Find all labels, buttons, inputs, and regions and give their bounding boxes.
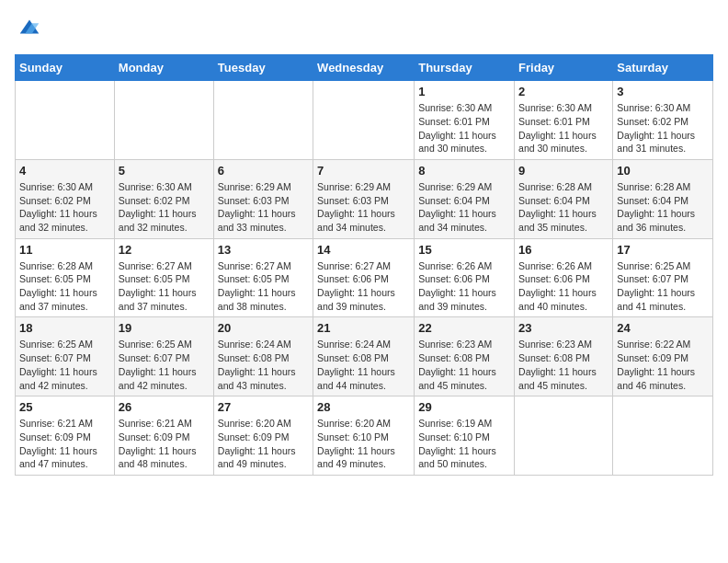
calendar-weekday-tuesday: Tuesday <box>213 55 313 81</box>
day-detail: Sunrise: 6:20 AM Sunset: 6:10 PM Dayligh… <box>317 417 410 471</box>
calendar-cell <box>114 81 213 160</box>
day-number: 4 <box>19 164 110 178</box>
calendar-weekday-monday: Monday <box>114 55 213 81</box>
calendar-week-4: 25Sunrise: 6:21 AM Sunset: 6:09 PM Dayli… <box>16 396 713 476</box>
day-number: 10 <box>617 164 709 178</box>
day-number: 26 <box>119 400 210 414</box>
calendar-cell: 12Sunrise: 6:27 AM Sunset: 6:05 PM Dayli… <box>114 238 213 317</box>
calendar-weekday-saturday: Saturday <box>613 55 713 81</box>
calendar-cell: 14Sunrise: 6:27 AM Sunset: 6:06 PM Dayli… <box>313 238 415 317</box>
day-number: 6 <box>218 164 309 178</box>
calendar-week-3: 18Sunrise: 6:25 AM Sunset: 6:07 PM Dayli… <box>16 317 713 396</box>
day-detail: Sunrise: 6:23 AM Sunset: 6:08 PM Dayligh… <box>418 338 510 392</box>
day-number: 25 <box>19 400 110 414</box>
day-detail: Sunrise: 6:27 AM Sunset: 6:05 PM Dayligh… <box>119 259 210 314</box>
day-detail: Sunrise: 6:25 AM Sunset: 6:07 PM Dayligh… <box>119 338 210 392</box>
day-number: 11 <box>19 243 110 257</box>
calendar-cell: 18Sunrise: 6:25 AM Sunset: 6:07 PM Dayli… <box>16 317 115 396</box>
day-detail: Sunrise: 6:29 AM Sunset: 6:03 PM Dayligh… <box>317 180 410 235</box>
day-number: 24 <box>617 321 709 335</box>
calendar-weekday-thursday: Thursday <box>415 55 515 81</box>
day-detail: Sunrise: 6:27 AM Sunset: 6:05 PM Dayligh… <box>218 259 309 314</box>
day-detail: Sunrise: 6:25 AM Sunset: 6:07 PM Dayligh… <box>19 338 110 392</box>
calendar-cell <box>515 396 613 476</box>
calendar-cell <box>213 81 313 160</box>
calendar-cell: 26Sunrise: 6:21 AM Sunset: 6:09 PM Dayli… <box>114 396 213 476</box>
calendar-weekday-wednesday: Wednesday <box>313 55 415 81</box>
calendar-cell <box>16 81 115 160</box>
calendar-cell <box>313 81 415 160</box>
calendar-body: 1Sunrise: 6:30 AM Sunset: 6:01 PM Daylig… <box>16 81 713 476</box>
day-detail: Sunrise: 6:30 AM Sunset: 6:02 PM Dayligh… <box>119 180 210 235</box>
calendar-cell: 10Sunrise: 6:28 AM Sunset: 6:04 PM Dayli… <box>613 159 713 238</box>
calendar-week-2: 11Sunrise: 6:28 AM Sunset: 6:05 PM Dayli… <box>16 238 713 317</box>
calendar-cell: 3Sunrise: 6:30 AM Sunset: 6:02 PM Daylig… <box>613 81 713 160</box>
calendar-cell: 22Sunrise: 6:23 AM Sunset: 6:08 PM Dayli… <box>415 317 515 396</box>
day-number: 14 <box>317 243 410 257</box>
day-number: 12 <box>119 243 210 257</box>
page-header <box>15 15 713 45</box>
day-detail: Sunrise: 6:28 AM Sunset: 6:05 PM Dayligh… <box>19 259 110 314</box>
day-detail: Sunrise: 6:30 AM Sunset: 6:02 PM Dayligh… <box>617 101 709 155</box>
day-detail: Sunrise: 6:30 AM Sunset: 6:02 PM Dayligh… <box>19 180 110 235</box>
day-detail: Sunrise: 6:22 AM Sunset: 6:09 PM Dayligh… <box>617 338 709 392</box>
day-detail: Sunrise: 6:20 AM Sunset: 6:09 PM Dayligh… <box>218 417 309 471</box>
calendar-cell: 28Sunrise: 6:20 AM Sunset: 6:10 PM Dayli… <box>313 396 415 476</box>
day-detail: Sunrise: 6:28 AM Sunset: 6:04 PM Dayligh… <box>617 180 709 235</box>
day-detail: Sunrise: 6:21 AM Sunset: 6:09 PM Dayligh… <box>119 417 210 471</box>
calendar-cell: 9Sunrise: 6:28 AM Sunset: 6:04 PM Daylig… <box>515 159 613 238</box>
day-number: 28 <box>317 400 410 414</box>
calendar-cell: 7Sunrise: 6:29 AM Sunset: 6:03 PM Daylig… <box>313 159 415 238</box>
day-number: 5 <box>119 164 210 178</box>
calendar-cell: 16Sunrise: 6:26 AM Sunset: 6:06 PM Dayli… <box>515 238 613 317</box>
calendar-cell: 25Sunrise: 6:21 AM Sunset: 6:09 PM Dayli… <box>16 396 115 476</box>
calendar-cell: 29Sunrise: 6:19 AM Sunset: 6:10 PM Dayli… <box>415 396 515 476</box>
calendar-week-0: 1Sunrise: 6:30 AM Sunset: 6:01 PM Daylig… <box>16 81 713 160</box>
day-detail: Sunrise: 6:28 AM Sunset: 6:04 PM Dayligh… <box>518 180 609 235</box>
day-detail: Sunrise: 6:27 AM Sunset: 6:06 PM Dayligh… <box>317 259 410 314</box>
day-number: 1 <box>418 85 510 98</box>
logo <box>15 15 42 45</box>
calendar-cell: 4Sunrise: 6:30 AM Sunset: 6:02 PM Daylig… <box>16 159 115 238</box>
calendar-header: SundayMondayTuesdayWednesdayThursdayFrid… <box>16 55 713 81</box>
day-number: 2 <box>518 85 609 98</box>
day-number: 22 <box>418 321 510 335</box>
day-detail: Sunrise: 6:26 AM Sunset: 6:06 PM Dayligh… <box>418 259 510 314</box>
day-detail: Sunrise: 6:30 AM Sunset: 6:01 PM Dayligh… <box>418 101 510 155</box>
calendar-cell <box>613 396 713 476</box>
day-number: 3 <box>617 85 709 98</box>
day-number: 23 <box>518 321 609 335</box>
calendar-cell: 8Sunrise: 6:29 AM Sunset: 6:04 PM Daylig… <box>415 159 515 238</box>
calendar-cell: 5Sunrise: 6:30 AM Sunset: 6:02 PM Daylig… <box>114 159 213 238</box>
day-number: 19 <box>119 321 210 335</box>
calendar-cell: 11Sunrise: 6:28 AM Sunset: 6:05 PM Dayli… <box>16 238 115 317</box>
calendar-cell: 2Sunrise: 6:30 AM Sunset: 6:01 PM Daylig… <box>515 81 613 160</box>
calendar-cell: 24Sunrise: 6:22 AM Sunset: 6:09 PM Dayli… <box>613 317 713 396</box>
calendar-weekday-friday: Friday <box>515 55 613 81</box>
day-number: 7 <box>317 164 410 178</box>
day-number: 21 <box>317 321 410 335</box>
day-detail: Sunrise: 6:29 AM Sunset: 6:04 PM Dayligh… <box>418 180 510 235</box>
day-detail: Sunrise: 6:23 AM Sunset: 6:08 PM Dayligh… <box>518 338 609 392</box>
day-number: 16 <box>518 243 609 257</box>
day-number: 20 <box>218 321 309 335</box>
calendar-cell: 1Sunrise: 6:30 AM Sunset: 6:01 PM Daylig… <box>415 81 515 160</box>
day-detail: Sunrise: 6:24 AM Sunset: 6:08 PM Dayligh… <box>317 338 410 392</box>
calendar-cell: 13Sunrise: 6:27 AM Sunset: 6:05 PM Dayli… <box>213 238 313 317</box>
day-number: 13 <box>218 243 309 257</box>
calendar-cell: 20Sunrise: 6:24 AM Sunset: 6:08 PM Dayli… <box>213 317 313 396</box>
day-number: 27 <box>218 400 309 414</box>
day-detail: Sunrise: 6:26 AM Sunset: 6:06 PM Dayligh… <box>518 259 609 314</box>
calendar-cell: 23Sunrise: 6:23 AM Sunset: 6:08 PM Dayli… <box>515 317 613 396</box>
day-detail: Sunrise: 6:25 AM Sunset: 6:07 PM Dayligh… <box>617 259 709 314</box>
day-detail: Sunrise: 6:29 AM Sunset: 6:03 PM Dayligh… <box>218 180 309 235</box>
calendar-weekday-sunday: Sunday <box>16 55 115 81</box>
day-number: 8 <box>418 164 510 178</box>
calendar-cell: 6Sunrise: 6:29 AM Sunset: 6:03 PM Daylig… <box>213 159 313 238</box>
calendar-cell: 19Sunrise: 6:25 AM Sunset: 6:07 PM Dayli… <box>114 317 213 396</box>
day-detail: Sunrise: 6:30 AM Sunset: 6:01 PM Dayligh… <box>518 101 609 155</box>
day-number: 9 <box>518 164 609 178</box>
day-number: 17 <box>617 243 709 257</box>
calendar-cell: 21Sunrise: 6:24 AM Sunset: 6:08 PM Dayli… <box>313 317 415 396</box>
day-detail: Sunrise: 6:24 AM Sunset: 6:08 PM Dayligh… <box>218 338 309 392</box>
